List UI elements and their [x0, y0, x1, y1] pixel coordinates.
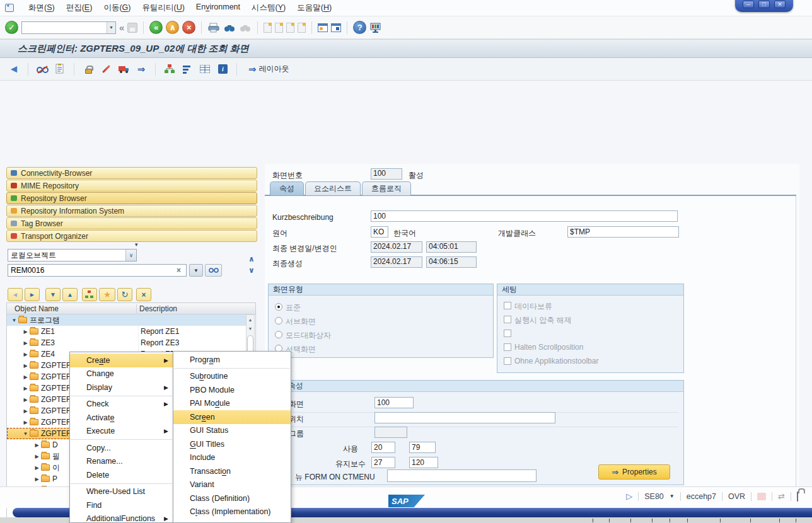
object-tree-icon[interactable]: [163, 63, 176, 76]
expand-node-icon[interactable]: ▶: [22, 329, 29, 335]
next-page-icon[interactable]: [286, 23, 294, 33]
pretty-printer-icon[interactable]: [100, 63, 112, 76]
collapse-node-icon[interactable]: ▼: [11, 318, 18, 323]
checkbox-Ohne Applikationstoolbar[interactable]: [504, 357, 511, 365]
browser-button-tag-browser[interactable]: Tag Browser: [6, 217, 257, 229]
insert-mode[interactable]: OVR: [728, 492, 745, 501]
expand-node-icon[interactable]: ▶: [22, 374, 29, 380]
help-icon[interactable]: ?: [353, 21, 366, 34]
screen-group-field[interactable]: [374, 427, 407, 438]
command-field[interactable]: [21, 21, 116, 34]
panel-down-icon[interactable]: ∨: [248, 266, 255, 275]
submenu-item-class-implementation[interactable]: Class (Implementation): [173, 505, 291, 519]
submenu-item-variant[interactable]: Variant: [173, 478, 291, 492]
menubar-item[interactable]: 시스템(Y): [246, 0, 291, 16]
previous-page-icon[interactable]: [275, 23, 283, 33]
lock-status-icon[interactable]: [797, 492, 798, 501]
command-dropdown-icon[interactable]: ▼: [107, 22, 115, 33]
expand-node-icon[interactable]: ▶: [22, 397, 29, 403]
next-screen-field[interactable]: [374, 397, 414, 408]
submenu-item-gui-titles[interactable]: GUI Titles: [173, 437, 291, 451]
scroll-up-icon[interactable]: ▲: [246, 316, 254, 324]
menu-item-check[interactable]: Check▶: [70, 398, 173, 411]
find-next-icon[interactable]: [239, 21, 252, 34]
tab-flow-logic[interactable]: 흐름로직: [362, 181, 411, 195]
expand-node-icon[interactable]: ▶: [33, 442, 40, 448]
browser-button-repository-browser[interactable]: Repository Browser: [6, 192, 257, 204]
menubar-item[interactable]: 유틸리티(U): [136, 0, 190, 16]
info-icon[interactable]: i: [216, 63, 229, 76]
menubar-item[interactable]: 화면(S): [23, 0, 61, 16]
system-menu-icon[interactable]: [5, 4, 14, 12]
browser-button-connectivity-browser[interactable]: Connectivity-Browser: [6, 167, 257, 179]
expand-node-icon[interactable]: ▶: [22, 340, 29, 346]
menu-item-additional-functions[interactable]: Additional Functions▶: [70, 512, 173, 523]
minimize-button[interactable]: ─: [743, 1, 754, 8]
menu-item-change[interactable]: Change: [70, 367, 173, 381]
collapse-icon[interactable]: «: [119, 22, 124, 33]
where-used-icon[interactable]: ⇒: [135, 63, 148, 76]
used-lines-field[interactable]: [371, 442, 395, 453]
create-shortcut-icon[interactable]: [331, 23, 341, 32]
menu-item-activate[interactable]: Activate: [70, 411, 173, 425]
collapse-node-icon[interactable]: ▼: [22, 431, 29, 437]
maintained-columns-field[interactable]: [409, 457, 438, 468]
panel-up-icon[interactable]: ∧: [248, 255, 255, 263]
expand-node-icon[interactable]: ▶: [33, 476, 40, 482]
display-change-icon[interactable]: [36, 63, 49, 76]
submenu-item-screen[interactable]: Screen: [173, 410, 291, 424]
short-desc-field[interactable]: [371, 210, 678, 222]
tree-row[interactable]: ▼프로그램: [7, 314, 246, 326]
maximize-button[interactable]: □: [758, 1, 770, 8]
menu-item-find[interactable]: Find: [70, 498, 173, 512]
layout-button[interactable]: ⇒ 레이아웃: [245, 62, 293, 76]
menubar-item[interactable]: Environment: [190, 0, 246, 16]
menu-item-delete[interactable]: Delete: [70, 468, 173, 482]
table-control-icon[interactable]: [199, 63, 211, 76]
package-field[interactable]: [567, 226, 679, 238]
submenu-item-transaction[interactable]: Transaction: [173, 464, 291, 478]
browser-button-mime-repository[interactable]: MIME Repository: [6, 180, 257, 192]
expand-node-icon[interactable]: ▶: [22, 363, 29, 369]
enter-icon[interactable]: ✓: [5, 21, 18, 34]
menu-item-create[interactable]: Create▶: [70, 353, 173, 367]
checkbox-Halten Scrollposition[interactable]: [504, 343, 511, 351]
print-icon[interactable]: [207, 21, 220, 34]
checkbox-blank[interactable]: [504, 330, 511, 337]
menu-item-display[interactable]: Display▶: [70, 381, 173, 394]
menubar-item[interactable]: 도움말(H): [291, 0, 337, 16]
display-glasses-icon[interactable]: [205, 264, 222, 277]
back-icon[interactable]: «: [149, 21, 163, 34]
swap-icon[interactable]: ⇄: [778, 491, 785, 501]
submenu-item-class-definition[interactable]: Class (Definition): [173, 491, 291, 505]
clear-icon[interactable]: ×: [177, 266, 181, 275]
transaction-code[interactable]: SE80: [644, 492, 664, 501]
transaction-dropdown-icon[interactable]: ▼: [670, 493, 675, 499]
object-scope-select[interactable]: 로컬오브젝트 ∨: [8, 249, 137, 262]
scroll-down-icon[interactable]: ▼: [246, 325, 254, 333]
properties-button[interactable]: ⇒ Properties: [598, 464, 670, 480]
close-button[interactable]: ✕: [774, 1, 786, 8]
screen-number-field[interactable]: 100: [371, 168, 402, 180]
cursor-position-field[interactable]: [374, 412, 555, 423]
menubar-item[interactable]: 편집(E): [61, 0, 98, 16]
radio-표준[interactable]: [275, 303, 282, 311]
checkbox-실행시 압축 해제[interactable]: [504, 316, 511, 323]
history-icon[interactable]: [757, 493, 766, 500]
save-icon[interactable]: [127, 23, 137, 33]
history-forward-icon[interactable]: ►: [25, 288, 40, 301]
submenu-item-interface[interactable]: Interface: [173, 519, 291, 523]
browser-button-repository-information-system[interactable]: Repository Information System: [6, 205, 257, 217]
submenu-item-pai-module[interactable]: PAI Module: [173, 397, 291, 411]
expand-node-icon[interactable]: ▶: [22, 386, 29, 391]
expand-node-icon[interactable]: ▶: [33, 465, 40, 471]
copy-icon[interactable]: [54, 63, 66, 76]
checkbox-데이타보류[interactable]: [504, 302, 511, 309]
scope-dropdown-icon[interactable]: ∨: [125, 250, 136, 261]
context-menu-form-field[interactable]: [387, 469, 536, 482]
refresh-icon[interactable]: ↻: [117, 288, 132, 301]
favorites-icon[interactable]: ★: [99, 288, 115, 301]
menubar-item[interactable]: 이동(G): [98, 0, 136, 16]
submenu-item-program[interactable]: Program: [173, 353, 291, 367]
submenu-item-pbo-module[interactable]: PBO Module: [173, 383, 291, 397]
